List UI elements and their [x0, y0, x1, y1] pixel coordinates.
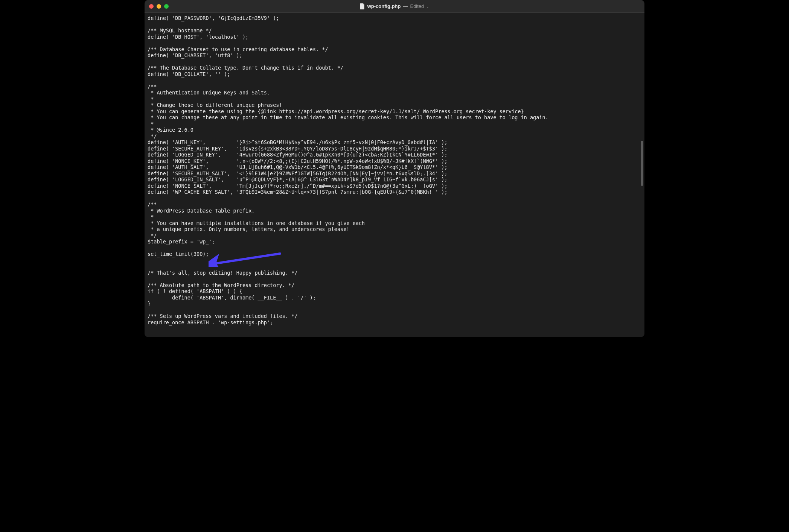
document-icon [360, 3, 365, 9]
window-controls [145, 4, 169, 9]
close-icon[interactable] [149, 4, 154, 9]
maximize-icon[interactable] [164, 4, 169, 9]
scrollbar-thumb[interactable] [641, 141, 643, 186]
scrollbar[interactable] [640, 28, 643, 333]
titlebar[interactable]: wp-config.php — Edited ⌄ [145, 0, 644, 13]
code-editor[interactable]: define( 'DB_PASSWORD', 'GjIcQpdLzEm35V9'… [145, 13, 644, 337]
chevron-down-icon[interactable]: ⌄ [426, 5, 429, 9]
editor-window: wp-config.php — Edited ⌄ define( 'DB_PAS… [145, 0, 644, 337]
minimize-icon[interactable] [157, 4, 161, 9]
window-title[interactable]: wp-config.php — Edited ⌄ [360, 3, 430, 9]
file-name: wp-config.php [367, 3, 401, 9]
code-content[interactable]: define( 'DB_PASSWORD', 'GjIcQpdLzEm35V9'… [148, 15, 641, 325]
edited-status: Edited [410, 3, 424, 9]
title-separator: — [403, 3, 408, 9]
